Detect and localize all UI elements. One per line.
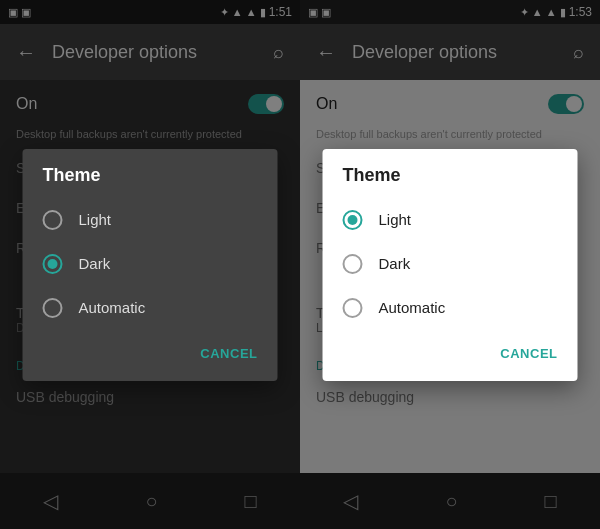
cancel-button-right[interactable]: CANCEL xyxy=(492,338,565,369)
dialog-title-left: Theme xyxy=(23,165,278,198)
radio-circle-auto-right xyxy=(343,298,363,318)
screen-right: ▣ ▣ ✦ ▲ ▲ ▮ 1:53 ← Developer options ⌕ O… xyxy=(300,0,600,529)
radio-label-light-right: Light xyxy=(379,211,412,228)
radio-circle-dark-right xyxy=(343,254,363,274)
theme-dialog-right: Theme Light Dark Automatic CANCEL xyxy=(323,149,578,381)
cancel-button-left[interactable]: CANCEL xyxy=(192,338,265,369)
radio-circle-light-right xyxy=(343,210,363,230)
radio-label-auto-left: Automatic xyxy=(79,299,146,316)
radio-light-left[interactable]: Light xyxy=(23,198,278,242)
radio-dark-left[interactable]: Dark xyxy=(23,242,278,286)
radio-circle-light-left xyxy=(43,210,63,230)
radio-circle-dark-left xyxy=(43,254,63,274)
dialog-actions-left: CANCEL xyxy=(23,330,278,373)
radio-automatic-right[interactable]: Automatic xyxy=(323,286,578,330)
radio-label-light-left: Light xyxy=(79,211,112,228)
radio-label-dark-left: Dark xyxy=(79,255,111,272)
radio-label-dark-right: Dark xyxy=(379,255,411,272)
screen-left: ▣ ▣ ✦ ▲ ▲ ▮ 1:51 ← Developer options ⌕ O… xyxy=(0,0,300,529)
theme-dialog-left: Theme Light Dark Automatic CANCEL xyxy=(23,149,278,381)
dialog-title-right: Theme xyxy=(323,165,578,198)
radio-light-right[interactable]: Light xyxy=(323,198,578,242)
radio-label-auto-right: Automatic xyxy=(379,299,446,316)
radio-inner-dark-left xyxy=(48,259,58,269)
radio-automatic-left[interactable]: Automatic xyxy=(23,286,278,330)
dialog-actions-right: CANCEL xyxy=(323,330,578,373)
radio-circle-auto-left xyxy=(43,298,63,318)
radio-dark-right[interactable]: Dark xyxy=(323,242,578,286)
radio-inner-light-right xyxy=(348,215,358,225)
